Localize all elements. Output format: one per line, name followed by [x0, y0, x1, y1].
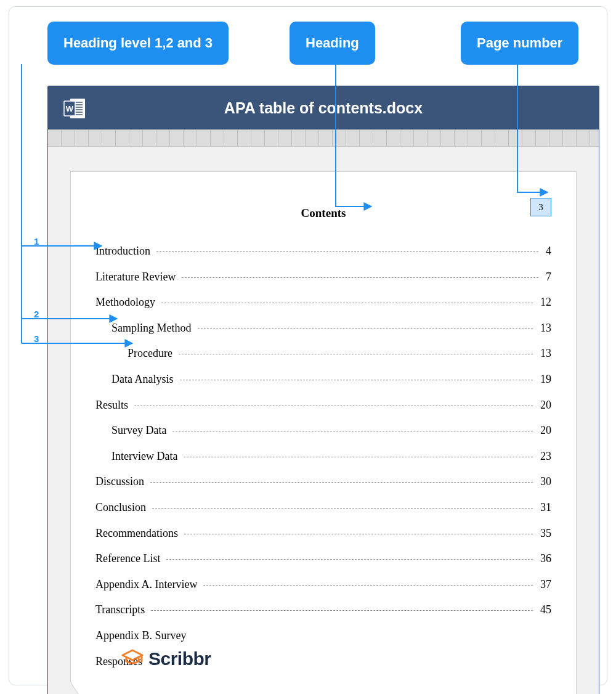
- toc-leader: [166, 559, 533, 560]
- toc-entry-label: Reference List: [95, 552, 164, 566]
- toc-entry-page: 13: [535, 347, 551, 361]
- toc-row: Interview Data23: [95, 450, 551, 463]
- toc-leader: [150, 482, 533, 483]
- toc-row: Data Analysis19: [95, 373, 551, 386]
- toc-entry-label: Data Analysis: [95, 373, 177, 386]
- word-titlebar: W APA table of contents.docx: [48, 86, 599, 129]
- toc-entry-page: 30: [535, 475, 551, 489]
- toc-leader: [182, 277, 538, 278]
- toc-entry-page: 20: [535, 424, 551, 438]
- toc-row: Results20: [95, 399, 551, 412]
- level-marker-2: 2: [34, 309, 39, 319]
- toc-leader: [134, 406, 533, 406]
- toc-leader: [180, 380, 533, 380]
- toc-entry-label: Conclusion: [95, 501, 150, 515]
- toc-entry-label: Methodology: [95, 296, 159, 309]
- toc-entry-label: Survey Data: [95, 424, 170, 438]
- toc-leader: [161, 303, 533, 303]
- toc-entry-label: Discussion: [95, 475, 148, 489]
- toc-entry-label: Sampling Method: [95, 322, 195, 335]
- toc-row: Sampling Method13: [95, 322, 551, 335]
- toc-leader: [152, 508, 533, 508]
- scribbr-logo: Scribbr: [120, 648, 211, 670]
- toc-row: Appendix A. Interview37: [95, 578, 551, 592]
- level-marker-3: 3: [34, 333, 39, 344]
- toc-row: Introduction4: [95, 245, 551, 258]
- callout-heading-levels: Heading level 1,2 and 3: [47, 22, 229, 65]
- svg-text:W: W: [66, 104, 74, 113]
- toc-row: Procedure13: [95, 347, 551, 361]
- toc-entry-page: 31: [535, 501, 551, 515]
- toc-entry-label: Literature Review: [95, 271, 179, 284]
- scribbr-cap-icon: [120, 648, 145, 670]
- toc-entry-label: Results: [95, 399, 132, 412]
- toc-row: Literature Review7: [95, 271, 551, 284]
- word-app-icon: W: [63, 96, 87, 123]
- level-marker-1: 1: [34, 236, 39, 247]
- page-number-indicator: 3: [530, 198, 551, 216]
- toc-entry-label: Appendix B. Survey: [95, 629, 190, 643]
- toc-leader: [203, 585, 533, 586]
- toc-row: Conclusion31: [95, 501, 551, 515]
- toc-leader: [198, 329, 533, 329]
- toc-entry-page: 23: [535, 450, 551, 463]
- toc-entry-page: 19: [535, 373, 551, 386]
- toc-entry-label: Appendix A. Interview: [95, 578, 201, 592]
- toc-entry-page: 13: [535, 322, 551, 335]
- toc-entry-page: 20: [535, 399, 551, 412]
- toc-entry-label: Transcripts: [95, 603, 148, 617]
- diagram-frame: Heading level 1,2 and 3 Heading Page num…: [9, 6, 607, 685]
- toc-entry-label: Recommendations: [95, 527, 182, 541]
- toc-leader: [151, 610, 533, 611]
- toc-row: Transcripts45: [95, 603, 551, 617]
- toc-leader: [172, 431, 533, 431]
- toc-leader: [156, 251, 538, 252]
- toc-entry-label: Introduction: [95, 245, 154, 258]
- page-curl-decoration: [70, 681, 187, 694]
- contents-heading: Contents: [95, 206, 551, 220]
- toc-row: Methodology12: [95, 296, 551, 309]
- toc-entry-page: 4: [541, 245, 551, 258]
- document-area: 3 Contents Introduction4Literature Revie…: [48, 147, 599, 694]
- toc-row: Survey Data20: [95, 424, 551, 438]
- table-of-contents: Introduction4Literature Review7Methodolo…: [95, 245, 551, 668]
- toc-row: Discussion30: [95, 475, 551, 489]
- toc-row: Recommendations35: [95, 527, 551, 541]
- toc-entry-page: 36: [535, 552, 551, 566]
- toc-leader: [179, 354, 533, 354]
- toc-row: Appendix B. Survey: [95, 629, 551, 643]
- callout-heading: Heading: [290, 22, 375, 65]
- toc-entry-page: 35: [535, 527, 551, 541]
- document-title: APA table of contents.docx: [224, 99, 423, 117]
- toc-leader: [184, 457, 533, 457]
- toc-entry-page: 12: [535, 296, 551, 309]
- document-page: 3 Contents Introduction4Literature Revie…: [70, 171, 577, 694]
- callout-page-number: Page number: [461, 22, 578, 65]
- toc-row: Reference List36: [95, 552, 551, 566]
- word-document-window: W APA table of contents.docx 3 Contents …: [47, 86, 599, 694]
- toc-entry-page: 37: [535, 578, 551, 592]
- toc-leader: [184, 534, 533, 534]
- toc-entry-page: 7: [541, 271, 551, 284]
- toc-entry-page: 45: [535, 603, 551, 617]
- word-ruler: [48, 129, 599, 147]
- toc-entry-label: Interview Data: [95, 450, 181, 463]
- toc-entry-label: Procedure: [95, 347, 176, 361]
- scribbr-logo-text: Scribbr: [148, 648, 211, 669]
